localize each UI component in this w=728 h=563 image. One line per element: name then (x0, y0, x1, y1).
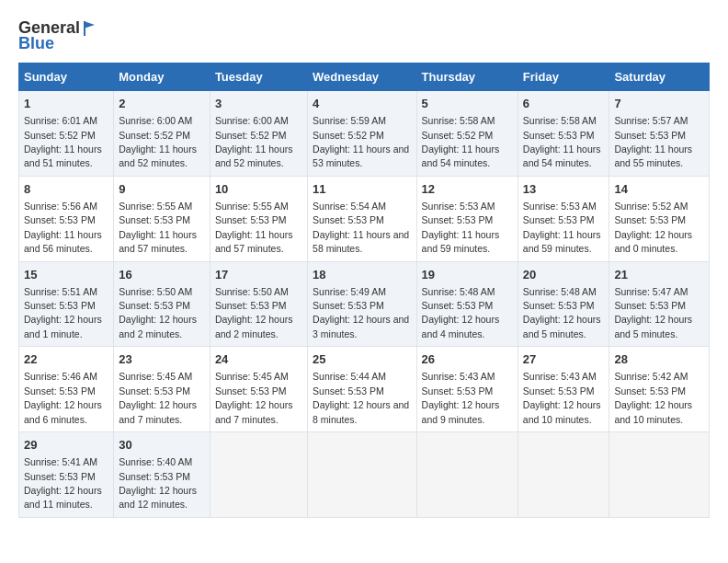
cell-sunrise: Sunrise: 5:58 AMSunset: 5:53 PMDaylight:… (523, 115, 601, 168)
calendar-cell: 12Sunrise: 5:53 AMSunset: 5:53 PMDayligh… (416, 176, 518, 261)
cell-sunrise: Sunrise: 5:53 AMSunset: 5:53 PMDaylight:… (422, 201, 500, 254)
cell-sunrise: Sunrise: 5:48 AMSunset: 5:53 PMDaylight:… (422, 286, 500, 339)
calendar-cell: 17Sunrise: 5:50 AMSunset: 5:53 PMDayligh… (210, 261, 307, 347)
cell-sunrise: Sunrise: 5:51 AMSunset: 5:53 PMDaylight:… (24, 286, 102, 339)
day-number: 6 (523, 96, 605, 112)
cell-sunrise: Sunrise: 5:45 AMSunset: 5:53 PMDaylight:… (119, 371, 197, 424)
day-number: 14 (614, 181, 704, 198)
calendar-cell: 7Sunrise: 5:57 AMSunset: 5:53 PMDaylight… (609, 91, 710, 177)
calendar-cell: 25Sunrise: 5:44 AMSunset: 5:53 PMDayligh… (308, 347, 416, 432)
calendar-cell: 6Sunrise: 5:58 AMSunset: 5:53 PMDaylight… (518, 91, 609, 177)
day-number: 18 (313, 267, 411, 283)
logo-blue: Blue (18, 34, 54, 53)
calendar-cell: 14Sunrise: 5:52 AMSunset: 5:53 PMDayligh… (609, 176, 710, 261)
cell-sunrise: Sunrise: 5:44 AMSunset: 5:53 PMDaylight:… (313, 371, 409, 424)
cell-sunrise: Sunrise: 5:42 AMSunset: 5:53 PMDaylight:… (614, 371, 692, 424)
calendar-week-row: 1Sunrise: 6:01 AMSunset: 5:52 PMDaylight… (19, 91, 710, 177)
calendar-cell: 20Sunrise: 5:48 AMSunset: 5:53 PMDayligh… (518, 261, 609, 347)
cell-sunrise: Sunrise: 5:49 AMSunset: 5:53 PMDaylight:… (313, 286, 409, 339)
cell-sunrise: Sunrise: 5:41 AMSunset: 5:53 PMDaylight:… (24, 456, 102, 510)
cell-sunrise: Sunrise: 6:00 AMSunset: 5:52 PMDaylight:… (119, 115, 197, 168)
cell-sunrise: Sunrise: 5:58 AMSunset: 5:52 PMDaylight:… (422, 115, 500, 168)
page-header: General Blue (18, 18, 710, 53)
svg-rect-1 (84, 21, 85, 36)
calendar-table: SundayMondayTuesdayWednesdayThursdayFrid… (18, 63, 710, 518)
day-number: 26 (422, 351, 513, 368)
calendar-cell: 26Sunrise: 5:43 AMSunset: 5:53 PMDayligh… (416, 347, 518, 432)
day-number: 25 (313, 351, 411, 368)
day-number: 30 (119, 437, 205, 454)
calendar-cell (518, 432, 609, 518)
calendar-cell: 23Sunrise: 5:45 AMSunset: 5:53 PMDayligh… (114, 347, 210, 432)
calendar-week-row: 15Sunrise: 5:51 AMSunset: 5:53 PMDayligh… (19, 261, 710, 347)
cell-sunrise: Sunrise: 6:00 AMSunset: 5:52 PMDaylight:… (215, 115, 293, 168)
calendar-cell: 10Sunrise: 5:55 AMSunset: 5:53 PMDayligh… (210, 176, 307, 261)
cell-sunrise: Sunrise: 5:57 AMSunset: 5:53 PMDaylight:… (614, 115, 692, 168)
day-number: 19 (422, 267, 513, 283)
header-wednesday: Wednesday (308, 63, 416, 91)
day-number: 9 (119, 181, 205, 198)
header-friday: Friday (518, 63, 609, 91)
day-number: 1 (24, 96, 108, 112)
cell-sunrise: Sunrise: 5:40 AMSunset: 5:53 PMDaylight:… (119, 456, 197, 510)
day-number: 22 (24, 351, 108, 368)
logo: General Blue (18, 18, 100, 53)
calendar-cell: 2Sunrise: 6:00 AMSunset: 5:52 PMDaylight… (114, 91, 210, 177)
cell-sunrise: Sunrise: 5:47 AMSunset: 5:53 PMDaylight:… (614, 286, 692, 339)
calendar-cell (210, 432, 307, 518)
calendar-cell: 22Sunrise: 5:46 AMSunset: 5:53 PMDayligh… (19, 347, 114, 432)
day-number: 11 (313, 181, 411, 198)
day-number: 20 (523, 267, 605, 283)
calendar-cell: 5Sunrise: 5:58 AMSunset: 5:52 PMDaylight… (416, 91, 518, 177)
day-number: 29 (24, 437, 108, 454)
calendar-cell (308, 432, 416, 518)
logo-flag-icon (82, 19, 100, 38)
logo-text-block: General Blue (18, 18, 100, 53)
calendar-cell: 30Sunrise: 5:40 AMSunset: 5:53 PMDayligh… (114, 432, 210, 518)
calendar-cell: 24Sunrise: 5:45 AMSunset: 5:53 PMDayligh… (210, 347, 307, 432)
day-number: 15 (24, 267, 108, 283)
cell-sunrise: Sunrise: 5:48 AMSunset: 5:53 PMDaylight:… (523, 286, 601, 339)
calendar-cell: 18Sunrise: 5:49 AMSunset: 5:53 PMDayligh… (308, 261, 416, 347)
calendar-cell: 28Sunrise: 5:42 AMSunset: 5:53 PMDayligh… (609, 347, 710, 432)
calendar-cell: 3Sunrise: 6:00 AMSunset: 5:52 PMDaylight… (210, 91, 307, 177)
cell-sunrise: Sunrise: 5:53 AMSunset: 5:53 PMDaylight:… (523, 201, 601, 254)
cell-sunrise: Sunrise: 6:01 AMSunset: 5:52 PMDaylight:… (24, 115, 102, 168)
calendar-cell: 21Sunrise: 5:47 AMSunset: 5:53 PMDayligh… (609, 261, 710, 347)
day-number: 27 (523, 351, 605, 368)
day-number: 7 (614, 96, 704, 112)
header-monday: Monday (114, 63, 210, 91)
day-number: 17 (215, 267, 302, 283)
cell-sunrise: Sunrise: 5:52 AMSunset: 5:53 PMDaylight:… (614, 201, 692, 254)
cell-sunrise: Sunrise: 5:55 AMSunset: 5:53 PMDaylight:… (119, 201, 197, 254)
day-number: 8 (24, 181, 108, 198)
calendar-cell: 29Sunrise: 5:41 AMSunset: 5:53 PMDayligh… (19, 432, 114, 518)
calendar-cell: 16Sunrise: 5:50 AMSunset: 5:53 PMDayligh… (114, 261, 210, 347)
calendar-header-row: SundayMondayTuesdayWednesdayThursdayFrid… (19, 63, 710, 91)
day-number: 24 (215, 351, 302, 368)
calendar-cell (416, 432, 518, 518)
header-thursday: Thursday (416, 63, 518, 91)
cell-sunrise: Sunrise: 5:56 AMSunset: 5:53 PMDaylight:… (24, 201, 102, 254)
day-number: 16 (119, 267, 205, 283)
day-number: 13 (523, 181, 605, 198)
cell-sunrise: Sunrise: 5:55 AMSunset: 5:53 PMDaylight:… (215, 201, 293, 254)
calendar-cell (609, 432, 710, 518)
calendar-cell: 8Sunrise: 5:56 AMSunset: 5:53 PMDaylight… (19, 176, 114, 261)
day-number: 3 (215, 96, 302, 112)
cell-sunrise: Sunrise: 5:59 AMSunset: 5:52 PMDaylight:… (313, 115, 409, 168)
calendar-cell: 13Sunrise: 5:53 AMSunset: 5:53 PMDayligh… (518, 176, 609, 261)
cell-sunrise: Sunrise: 5:46 AMSunset: 5:53 PMDaylight:… (24, 371, 102, 424)
calendar-cell: 27Sunrise: 5:43 AMSunset: 5:53 PMDayligh… (518, 347, 609, 432)
day-number: 2 (119, 96, 205, 112)
calendar-week-row: 22Sunrise: 5:46 AMSunset: 5:53 PMDayligh… (19, 347, 710, 432)
cell-sunrise: Sunrise: 5:43 AMSunset: 5:53 PMDaylight:… (422, 371, 500, 424)
calendar-cell: 19Sunrise: 5:48 AMSunset: 5:53 PMDayligh… (416, 261, 518, 347)
day-number: 4 (313, 96, 411, 112)
cell-sunrise: Sunrise: 5:50 AMSunset: 5:53 PMDaylight:… (215, 286, 293, 339)
calendar-cell: 9Sunrise: 5:55 AMSunset: 5:53 PMDaylight… (114, 176, 210, 261)
header-saturday: Saturday (609, 63, 710, 91)
calendar-cell: 11Sunrise: 5:54 AMSunset: 5:53 PMDayligh… (308, 176, 416, 261)
calendar-cell: 1Sunrise: 6:01 AMSunset: 5:52 PMDaylight… (19, 91, 114, 177)
calendar-cell: 15Sunrise: 5:51 AMSunset: 5:53 PMDayligh… (19, 261, 114, 347)
